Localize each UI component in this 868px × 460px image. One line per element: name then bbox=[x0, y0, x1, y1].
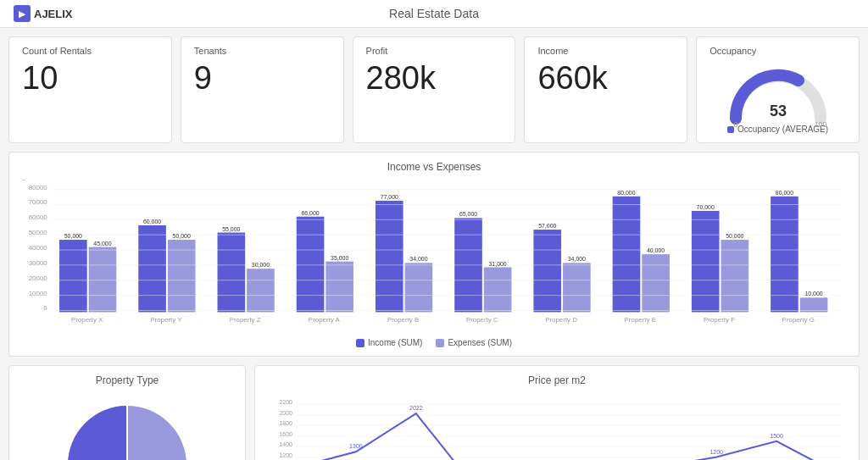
svg-rect-22 bbox=[59, 240, 87, 312]
svg-text:60,000: 60,000 bbox=[143, 219, 161, 224]
svg-rect-15 bbox=[326, 262, 353, 313]
svg-rect-8 bbox=[613, 197, 641, 313]
svg-text:80,000: 80,000 bbox=[617, 190, 635, 196]
svg-text:Property E: Property E bbox=[625, 316, 656, 324]
svg-text:80000: 80000 bbox=[29, 184, 48, 191]
svg-text:50,000: 50,000 bbox=[173, 233, 191, 239]
kpi-rentals: Count of Rentals 10 bbox=[8, 36, 172, 143]
logo-text: AJELIX bbox=[34, 8, 73, 20]
svg-text:Property G: Property G bbox=[782, 316, 815, 324]
kpi-profit: Profit 280k bbox=[353, 36, 516, 143]
svg-rect-13 bbox=[405, 263, 433, 312]
svg-text:30000: 30000 bbox=[29, 259, 48, 267]
legend-expenses-swatch bbox=[436, 339, 444, 347]
bar-chart-legend: Income (SUM) Expenses (SUM) bbox=[22, 338, 846, 347]
svg-rect-10 bbox=[533, 230, 561, 312]
svg-text:2200: 2200 bbox=[279, 399, 292, 405]
svg-rect-18 bbox=[218, 233, 246, 313]
svg-text:10000: 10000 bbox=[29, 290, 48, 297]
svg-text:53: 53 bbox=[770, 103, 787, 119]
svg-text:Property A: Property A bbox=[309, 316, 341, 324]
svg-text:50,000: 50,000 bbox=[726, 233, 743, 239]
svg-text:10,000: 10,000 bbox=[804, 291, 822, 297]
pie-container: 50.0% 50.0% bbox=[22, 393, 232, 460]
header: ▶ AJELIX Real Estate Data bbox=[0, 0, 868, 28]
legend-income: Income (SUM) bbox=[356, 338, 422, 347]
svg-text:2000: 2000 bbox=[279, 410, 292, 416]
logo-icon: ▶ bbox=[14, 5, 31, 22]
svg-text:0: 0 bbox=[733, 120, 737, 127]
svg-text:80,000: 80,000 bbox=[776, 190, 793, 196]
svg-rect-7 bbox=[642, 254, 670, 312]
kpi-tenants: Tenants 9 bbox=[181, 36, 344, 143]
kpi-tenants-value: 9 bbox=[194, 59, 331, 98]
svg-text:1200: 1200 bbox=[279, 452, 292, 458]
kpi-rentals-label: Count of Rentals bbox=[22, 46, 159, 56]
kpi-income-label: Income bbox=[537, 46, 674, 56]
bar-chart-card: Income vs Expenses 0 10000 20000 30000 4… bbox=[8, 152, 860, 357]
svg-text:1800: 1800 bbox=[279, 420, 292, 426]
svg-text:20000: 20000 bbox=[29, 274, 48, 282]
svg-text:57,000: 57,000 bbox=[538, 223, 556, 229]
line-card: Price per m2 -200 0 200 400 600 800 1000… bbox=[254, 365, 860, 460]
kpi-tenants-label: Tenants bbox=[194, 46, 331, 56]
gauge: 53 0 100 bbox=[727, 64, 829, 123]
logo: ▶ AJELIX bbox=[14, 5, 73, 22]
occupancy-label: Occupancy bbox=[709, 46, 756, 56]
svg-rect-3 bbox=[800, 297, 828, 312]
dashboard: Count of Rentals 10 Tenants 9 Profit 280… bbox=[0, 28, 868, 460]
bar-chart-svg: 0 10000 20000 30000 40000 50000 60000 70… bbox=[22, 180, 846, 332]
kpi-rentals-value: 10 bbox=[22, 59, 159, 98]
bar-chart-title: Income vs Expenses bbox=[22, 161, 846, 173]
kpi-income: Income 660k bbox=[524, 36, 687, 143]
svg-text:1400: 1400 bbox=[279, 441, 292, 447]
svg-text:45,000: 45,000 bbox=[93, 241, 111, 247]
kpi-income-value: 660k bbox=[537, 59, 674, 98]
svg-rect-19 bbox=[168, 240, 196, 312]
svg-text:Property C: Property C bbox=[466, 316, 498, 324]
svg-text:Property X: Property X bbox=[71, 316, 103, 324]
svg-text:77,000: 77,000 bbox=[381, 194, 398, 200]
svg-rect-16 bbox=[297, 217, 325, 313]
line-chart-title: Price per m2 bbox=[268, 374, 846, 386]
svg-text:66,000: 66,000 bbox=[301, 210, 319, 216]
svg-rect-9 bbox=[563, 263, 591, 312]
svg-text:50000: 50000 bbox=[29, 229, 48, 236]
bottom-row: Property Type 50.0% 50.0% Commercial bbox=[8, 365, 860, 460]
svg-text:Property D: Property D bbox=[545, 316, 577, 324]
pie-chart-title: Property Type bbox=[22, 374, 232, 386]
svg-rect-4 bbox=[771, 197, 798, 313]
svg-rect-21 bbox=[89, 247, 117, 313]
svg-text:55,000: 55,000 bbox=[222, 226, 240, 232]
line-chart-svg: -200 0 200 400 600 800 1000 1200 1400 16… bbox=[268, 393, 846, 460]
svg-text:50,000: 50,000 bbox=[64, 233, 82, 239]
svg-text:Property F: Property F bbox=[704, 316, 735, 324]
svg-text:Property Z: Property Z bbox=[230, 316, 261, 324]
legend-income-swatch bbox=[356, 339, 364, 347]
svg-text:40000: 40000 bbox=[29, 244, 48, 252]
svg-text:70,000: 70,000 bbox=[697, 204, 715, 210]
legend-income-label: Income (SUM) bbox=[368, 338, 422, 347]
svg-text:2022: 2022 bbox=[409, 405, 423, 411]
kpi-profit-value: 280k bbox=[366, 59, 503, 98]
svg-text:31,000: 31,000 bbox=[489, 261, 507, 267]
svg-text:1500: 1500 bbox=[770, 433, 783, 439]
kpi-occupancy: Occupancy 53 0 100 Occupancy (AVERAGE) bbox=[696, 36, 860, 143]
svg-text:34,000: 34,000 bbox=[568, 256, 586, 262]
svg-rect-20 bbox=[138, 225, 166, 312]
pie-chart-svg: 50.0% 50.0% bbox=[42, 393, 212, 460]
svg-text:90000: 90000 bbox=[22, 180, 27, 182]
svg-text:40,000: 40,000 bbox=[647, 247, 665, 253]
svg-text:0: 0 bbox=[43, 304, 47, 312]
svg-text:100: 100 bbox=[814, 120, 826, 127]
pie-card: Property Type 50.0% 50.0% Commercial bbox=[8, 365, 246, 460]
svg-text:1600: 1600 bbox=[279, 431, 292, 437]
svg-rect-6 bbox=[692, 211, 720, 313]
legend-expenses: Expenses (SUM) bbox=[436, 338, 512, 347]
svg-text:35,000: 35,000 bbox=[331, 255, 348, 261]
svg-text:Property Y: Property Y bbox=[150, 316, 182, 324]
svg-text:34,000: 34,000 bbox=[409, 256, 427, 262]
svg-text:30,000: 30,000 bbox=[252, 262, 270, 268]
svg-text:Property B: Property B bbox=[387, 316, 419, 324]
svg-text:70000: 70000 bbox=[29, 198, 48, 206]
